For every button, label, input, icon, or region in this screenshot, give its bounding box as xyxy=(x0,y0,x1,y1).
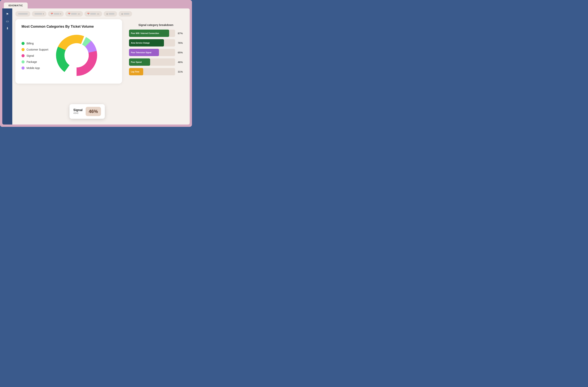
legend-item-signal: Signal xyxy=(21,54,48,57)
tooltip-count: 4846 xyxy=(73,112,83,114)
legend-dot-billing xyxy=(21,42,24,45)
breakdown-bar-fill-speed: Poor Speed xyxy=(129,58,150,66)
breakdown-pct-speed: 46% xyxy=(177,61,183,64)
filter-pill-1[interactable] xyxy=(15,11,30,17)
breakdown-bar-label-outage: Area Service Outage xyxy=(131,42,150,44)
breakdown-pct-wifi: 87% xyxy=(177,32,183,35)
breakdown-bar-bg-speed: Poor Speed xyxy=(129,58,175,66)
sidebar: ⚑ ▭ ⬇ xyxy=(2,8,12,125)
breakdown-bar-row-wifi: Poor Wifi / Internet Connection 87% xyxy=(129,30,183,37)
legend-label-billing: Billing xyxy=(26,42,34,45)
filter-pill-4[interactable]: ⊞ xyxy=(119,11,132,17)
donut-content: Billing Customer Support Signal Pac xyxy=(21,33,116,78)
legend-label-package: Package xyxy=(26,60,37,63)
breakdown-bar-fill-lag: Lag Time xyxy=(129,68,143,75)
donut-chart xyxy=(55,33,99,78)
date-pill-1[interactable]: 📅 ▾ xyxy=(48,11,64,17)
breakdown-bar-label-wifi: Poor Wifi / Internet Connection xyxy=(131,32,159,34)
donut-chart-card: Most Common Categories By Ticket Volume … xyxy=(15,19,122,84)
download-icon[interactable]: ⬇ xyxy=(6,26,9,30)
legend-dot-mobileapp xyxy=(21,67,24,69)
breakdown-item-outage: Area Service Outage 76% xyxy=(129,39,183,46)
legend-item-billing: Billing xyxy=(21,42,48,45)
breakdown-bar-row-outage: Area Service Outage 76% xyxy=(129,39,183,46)
breakdown-bar-label-lag: Lag Time xyxy=(131,71,139,73)
breakdown-bar-label-speed: Poor Speed xyxy=(131,61,142,63)
breakdown-bar-bg-lag: Lag Time xyxy=(129,68,175,75)
breakdown-bar-fill-outage: Area Service Outage xyxy=(129,39,164,46)
main-content: ▾ 📅 ▾ 📅 ◁▷ 📅 ◁▷ ⊞ ⊞ xyxy=(12,8,190,125)
chart-legend: Billing Customer Support Signal Pac xyxy=(21,42,48,69)
legend-label-signal: Signal xyxy=(26,54,34,57)
tooltip-label: Signal xyxy=(73,108,83,112)
breakdown-card: Signal category breakdown Poor Wifi / In… xyxy=(125,19,187,82)
monitor-icon[interactable]: ▭ xyxy=(6,19,9,23)
tooltip-percentage: 46% xyxy=(86,107,101,116)
breakdown-bar-fill-wifi: Poor Wifi / Internet Connection xyxy=(129,30,169,37)
date-pill-2[interactable]: 📅 ◁▷ xyxy=(65,11,83,17)
legend-dot-support xyxy=(21,48,24,51)
tab-label: IDIOMATIC xyxy=(8,4,23,7)
breakdown-bar-bg-wifi: Poor Wifi / Internet Connection xyxy=(129,30,175,37)
tab-bar: IDIOMATIC xyxy=(0,0,192,8)
breakdown-pct-tv: 65% xyxy=(177,51,183,54)
legend-dot-signal xyxy=(21,54,24,57)
date-pill-3[interactable]: 📅 ◁▷ xyxy=(84,11,102,17)
breakdown-item-wifi: Poor Wifi / Internet Connection 87% xyxy=(129,30,183,37)
legend-item-package: Package xyxy=(21,60,48,63)
breakdown-bar-label-tv: Poor Television Signal xyxy=(131,51,151,54)
tooltip-card: Signal 4846 46% xyxy=(69,104,105,119)
legend-item-mobileapp: Mobile App xyxy=(21,67,48,69)
breakdown-bar-row-lag: Lag Time 31% xyxy=(129,68,183,75)
flag-icon[interactable]: ⚑ xyxy=(6,12,9,16)
filter-pill-3[interactable]: ⊞ xyxy=(104,11,117,17)
filter-pill-2[interactable]: ▾ xyxy=(32,11,46,17)
legend-label-mobileapp: Mobile App xyxy=(26,67,40,69)
tooltip-info: Signal 4846 xyxy=(73,108,83,114)
browser-window: IDIOMATIC ⚑ ▭ ⬇ ▾ 📅 ▾ 📅 ◁▷ xyxy=(0,0,192,127)
donut-chart-title: Most Common Categories By Ticket Volume xyxy=(21,24,116,29)
breakdown-item-lag: Lag Time 31% xyxy=(129,68,183,75)
breakdown-pct-lag: 31% xyxy=(177,70,183,73)
breakdown-bar-bg-outage: Area Service Outage xyxy=(129,39,175,46)
breakdown-bar-row-speed: Poor Speed 46% xyxy=(129,58,183,66)
legend-item-support: Customer Support xyxy=(21,48,48,51)
donut-hole xyxy=(64,43,89,68)
breakdown-title: Signal category breakdown xyxy=(129,23,183,26)
legend-label-support: Customer Support xyxy=(26,48,48,51)
breakdown-bar-row-tv: Poor Television Signal 65% xyxy=(129,49,183,56)
browser-tab[interactable]: IDIOMATIC xyxy=(4,2,28,8)
breakdown-pct-outage: 76% xyxy=(177,42,183,45)
breakdown-bar-bg-tv: Poor Television Signal xyxy=(129,49,175,56)
cards-row: Most Common Categories By Ticket Volume … xyxy=(15,19,187,84)
toolbar: ▾ 📅 ▾ 📅 ◁▷ 📅 ◁▷ ⊞ ⊞ xyxy=(15,11,187,17)
breakdown-item-tv: Poor Television Signal 65% xyxy=(129,49,183,56)
breakdown-bar-fill-tv: Poor Television Signal xyxy=(129,49,159,56)
legend-dot-package xyxy=(21,60,24,63)
breakdown-item-speed: Poor Speed 46% xyxy=(129,58,183,66)
